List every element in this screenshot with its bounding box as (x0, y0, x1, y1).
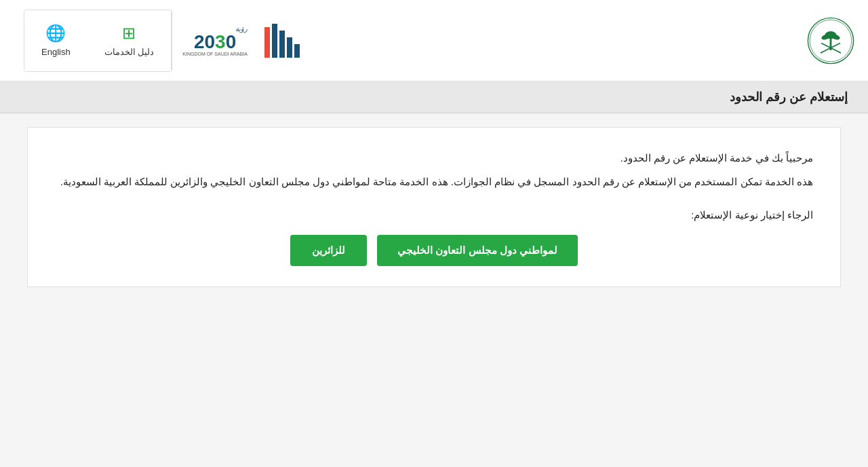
action-buttons: لمواطني دول مجلس التعاون الخليجي للزائري… (55, 235, 813, 266)
page-title-bar: إستعلام عن رقم الحدود (0, 81, 868, 113)
bar-4 (272, 24, 277, 58)
welcome-line: مرحبياً بك في خدمة الإستعلام عن رقم الحد… (55, 148, 813, 168)
vision-text: رؤية 2030 KINGDOM OF SAUDI ARABIA (182, 25, 248, 56)
page-title: إستعلام عن رقم الحدود (20, 90, 848, 105)
main-content: مرحبياً بك في خدمة الإستعلام عن رقم الحد… (27, 127, 841, 287)
services-guide-icon: ⊞ (122, 24, 136, 43)
services-guide-label: دليل الخدمات (104, 47, 155, 57)
inquiry-label: الرجاء إختيار نوعية الإستعلام: (55, 209, 813, 221)
english-label: English (41, 47, 71, 57)
gcc-citizens-button[interactable]: لمواطني دول مجلس التعاون الخليجي (377, 235, 578, 266)
services-guide-button[interactable]: ⊞ دليل الخدمات (87, 10, 172, 71)
visitors-button[interactable]: للزائرين (290, 235, 367, 266)
header-left: رؤية 2030 KINGDOM OF SAUDI ARABIA ⊞ دليل… (14, 10, 307, 72)
description-block: مرحبياً بك في خدمة الإستعلام عن رقم الحد… (55, 148, 813, 192)
vision-year-display: 2030 (182, 33, 248, 52)
kingdom-en-name: KINGDOM OF SAUDI ARABIA (182, 52, 248, 56)
bar-2 (287, 37, 292, 58)
bar-1 (294, 44, 300, 58)
vision-logo: رؤية 2030 KINGDOM OF SAUDI ARABIA (172, 25, 258, 56)
globe-icon: 🌐 (45, 24, 66, 43)
bar-3 (279, 31, 285, 58)
nav-buttons: ⊞ دليل الخدمات 🌐 English (24, 10, 172, 72)
site-header: رؤية 2030 KINGDOM OF SAUDI ARABIA ⊞ دليل… (0, 0, 868, 81)
stats-bars-logo (258, 24, 307, 58)
description-line: هذه الخدمة تمكن المستخدم من الإستعلام عن… (55, 172, 813, 192)
bar-5 (264, 27, 270, 58)
saudi-emblem (807, 17, 854, 64)
header-right (807, 17, 854, 64)
header-logos: رؤية 2030 KINGDOM OF SAUDI ARABIA (172, 24, 307, 58)
english-button[interactable]: 🌐 English (24, 10, 87, 71)
